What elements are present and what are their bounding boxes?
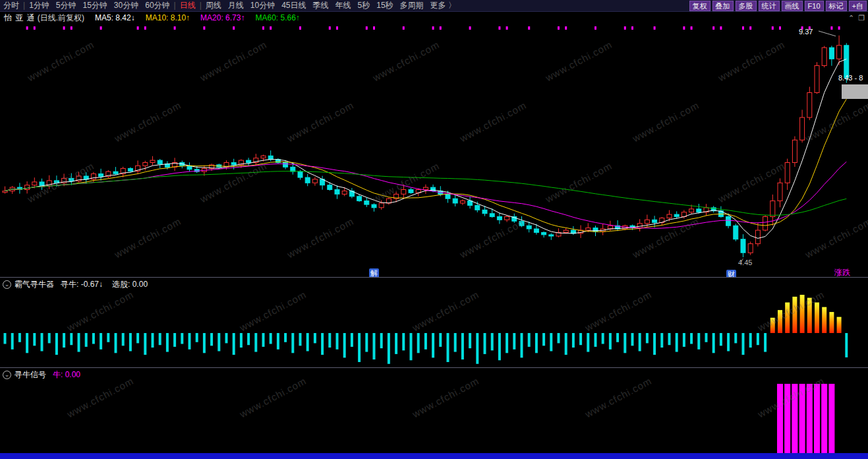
period-button[interactable]: 分时 — [0, 1, 22, 10]
toolbar-right-buttons: 复权叠加多股统计画线F10标记+自 — [687, 1, 867, 11]
toolbar-button[interactable]: 标记 — [826, 1, 847, 11]
taskbar-strip — [0, 453, 868, 459]
panel-header: 霸气寻牛器 寻牛: -0.67↓ 选股: 0.00 — [0, 278, 868, 291]
indicator-value-xuangu: 选股: 0.00 — [112, 279, 148, 290]
xunniu-histogram[interactable] — [0, 291, 868, 367]
period-button[interactable]: 45日线 — [278, 1, 309, 10]
period-button[interactable]: 5秒 — [355, 1, 374, 10]
indicator-title: 寻牛信号 — [14, 369, 46, 381]
period-button[interactable]: 10分钟 — [247, 1, 278, 10]
chart-mode-label: (日线.前复权) — [38, 13, 84, 24]
collapse-icon[interactable] — [3, 371, 11, 379]
indicator-title: 霸气寻牛器 — [14, 279, 54, 290]
ma10-value: MA10: 8.10↑ — [146, 13, 190, 22]
collapse-icon[interactable]: ⌃ — [848, 14, 854, 22]
period-button[interactable]: 日线 — [177, 1, 199, 10]
main-candlestick-chart[interactable]: 9.374.458.43 - 8涨跌解财 www.cfchi.comwww.cf… — [0, 24, 868, 277]
toolbar: 分时|1分钟5分钟15分钟30分钟60分钟|日线|周线月线10分钟45日线季线年… — [0, 0, 868, 12]
ma5-value: MA5: 8.42↓ — [95, 13, 135, 22]
period-buttons: 分时|1分钟5分钟15分钟30分钟60分钟|日线|周线月线10分钟45日线季线年… — [0, 0, 459, 11]
signal-dash-markers — [26, 26, 840, 30]
period-button[interactable]: 1分钟 — [26, 1, 53, 10]
candlestick-svg[interactable]: 9.374.458.43 - 8涨跌解财 — [0, 24, 868, 277]
toolbar-button[interactable]: 多股 — [736, 1, 757, 11]
period-button[interactable]: 60分钟 — [142, 1, 173, 10]
toolbar-button[interactable]: 叠加 — [712, 1, 734, 11]
svg-text:4.45: 4.45 — [738, 259, 752, 266]
period-button[interactable]: 15秒 — [373, 1, 396, 10]
toolbar-divider: | — [173, 1, 177, 10]
period-button[interactable]: 30分钟 — [111, 1, 142, 10]
period-button[interactable]: 年线 — [332, 1, 355, 10]
period-button[interactable]: 周线 — [202, 1, 225, 10]
signal-bars-svg[interactable] — [0, 381, 868, 453]
collapse-icon[interactable] — [3, 280, 11, 289]
indicator-value-niu: 牛: 0.00 — [53, 369, 80, 381]
svg-text:财: 财 — [728, 270, 735, 277]
toolbar-button[interactable]: 画线 — [782, 1, 803, 11]
indicator-value-xunniu: 寻牛: -0.67↓ — [61, 279, 103, 290]
window-controls: ⌃ ❐ — [848, 14, 865, 22]
histogram-bars — [4, 295, 848, 364]
period-button[interactable]: 月线 — [225, 1, 247, 10]
stock-name: 怡 亚 通 — [4, 13, 36, 24]
svg-text:8.43 - 8: 8.43 - 8 — [838, 74, 863, 82]
svg-text:解: 解 — [370, 269, 378, 277]
window-icon[interactable]: ❐ — [858, 14, 865, 22]
candles-layer — [3, 36, 849, 257]
period-button[interactable]: 更多 〉 — [427, 1, 459, 10]
ma20-value: MA20: 6.73↑ — [200, 13, 245, 22]
period-button[interactable]: 5分钟 — [53, 1, 80, 10]
ma60-value: MA60: 5.66↑ — [255, 13, 299, 22]
toolbar-button[interactable]: 复权 — [689, 1, 710, 11]
ma-lines — [5, 59, 847, 239]
period-button[interactable]: 多周期 — [397, 1, 427, 10]
indicator-panel-xunniu-signal: 寻牛信号 牛: 0.00 www.cfchi.comwww.cfchi.comw… — [0, 368, 868, 453]
svg-text:9.37: 9.37 — [799, 28, 813, 36]
toolbar-button[interactable]: F10 — [805, 1, 824, 11]
signal-bars — [777, 384, 834, 453]
period-button[interactable]: 季线 — [310, 1, 332, 10]
panel-header: 寻牛信号 牛: 0.00 — [0, 368, 868, 381]
period-button[interactable]: 15分钟 — [80, 1, 111, 10]
chart-info-bar: 怡 亚 通 (日线.前复权) MA5: 8.42↓ MA10: 8.10↑ MA… — [0, 12, 868, 24]
svg-text:涨跌: 涨跌 — [834, 268, 850, 277]
toolbar-button[interactable]: +自 — [849, 1, 867, 11]
toolbar-button[interactable]: 统计 — [759, 1, 780, 11]
indicator-panel-baqi-xunniu: 霸气寻牛器 寻牛: -0.67↓ 选股: 0.00 www.cfchi.comw… — [0, 278, 868, 367]
